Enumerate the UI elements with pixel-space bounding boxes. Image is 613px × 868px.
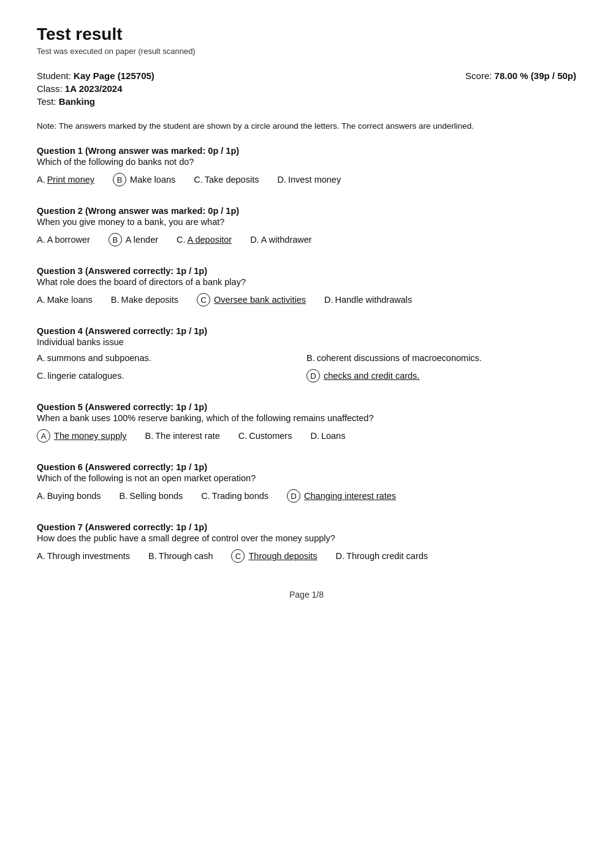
answer-item: B Make loans [113,173,175,186]
answer-item: C. Trading bonds [201,491,268,501]
page-footer: Page 1/8 [37,590,576,600]
answer-text: Loans [321,431,346,441]
question-header-4: Question 4 (Answered correctly: 1p / 1p) [37,326,576,336]
answer-text: A lender [126,235,158,245]
answer-item: A The money supply [37,429,127,443]
answer-text: Oversee bank activities [214,295,306,305]
student-name: Kay Page (125705) [74,70,154,81]
answer-letter: A. [37,491,45,501]
answer-text: Make loans [130,175,175,185]
answers-row-5: A The money supplyB. The interest rateC.… [37,429,576,445]
answer-letter: B. [148,551,157,561]
answers-row-7: A. Through investmentsB. Through cashC T… [37,549,576,565]
answer-item: D. Handle withdrawals [324,295,412,305]
answer-item: D. Loans [310,431,345,441]
answer-letter: A. [37,235,45,245]
answer-item: B. Make deposits [111,295,178,305]
answer-text: A withdrawer [261,235,312,245]
answer-item: A. Buying bonds [37,491,101,501]
answer-item: C. A depositor [177,235,232,245]
score-value: 78.00 % (39p / 50p) [495,70,576,81]
answer-letter: B. [111,295,120,305]
question-header-1: Question 1 (Wrong answer was marked: 0p … [37,146,576,156]
answer-letter: D. [250,235,259,245]
answer-item: A. Through investments [37,551,130,561]
answer-text: Print money [47,175,94,185]
answer-letter: C. [37,371,46,381]
answer-letter: B. [145,431,154,441]
question-block-1: Question 1 (Wrong answer was marked: 0p … [37,146,576,189]
answer-letter: C. [194,175,203,185]
answer-text: A depositor [188,235,232,245]
answer-text: Through deposits [249,551,318,561]
question-header-5: Question 5 (Answered correctly: 1p / 1p) [37,402,576,412]
question-header-6: Question 6 (Answered correctly: 1p / 1p) [37,462,576,472]
score-label: Score: [465,70,492,81]
question-block-5: Question 5 (Answered correctly: 1p / 1p)… [37,402,576,445]
answer-item: A. Make loans [37,295,93,305]
answer-item: C. Take deposits [194,175,259,185]
circled-letter: B [113,173,126,186]
answer-item: D Changing interest rates [287,489,396,503]
answer-letter: A. [37,353,45,363]
test-value: Banking [59,96,95,107]
answer-text: Changing interest rates [304,491,396,501]
question-text-1: Which of the following do banks not do? [37,157,576,167]
circled-letter: A [37,429,50,443]
answer-item: C. Customers [238,431,292,441]
circled-letter: D [306,369,320,383]
answer-text: Through cash [159,551,213,561]
test-label: Test: [37,96,56,107]
question-block-6: Question 6 (Answered correctly: 1p / 1p)… [37,462,576,505]
answer-text: lingerie catalogues. [48,371,124,381]
question-header-3: Question 3 (Answered correctly: 1p / 1p) [37,266,576,276]
answer-text: Take deposits [205,175,259,185]
answer-letter: C. [238,431,248,441]
answer-text: A borrower [47,235,90,245]
answer-text: Through investments [47,551,130,561]
answer-text: The money supply [54,431,126,441]
circled-letter: C [231,549,245,563]
answer-letter: A. [37,551,45,561]
answer-letter: C. [177,235,186,245]
circled-letter: B [109,233,122,246]
answer-item: B A lender [109,233,158,246]
answer-letter: C. [201,491,210,501]
answer-letter: D. [324,295,333,305]
answer-item: C Oversee bank activities [197,293,306,306]
question-block-3: Question 3 (Answered correctly: 1p / 1p)… [37,266,576,309]
circled-letter: C [197,293,210,306]
answer-letter: A. [37,295,45,305]
answers-grid-4: A. summons and subpoenas.B. coherent dis… [37,353,576,385]
question-block-2: Question 2 (Wrong answer was marked: 0p … [37,206,576,249]
answer-item: B. coherent discussions of macroeconomic… [306,353,558,363]
question-block-4: Question 4 (Answered correctly: 1p / 1p)… [37,326,576,385]
question-text-5: When a bank uses 100% reserve banking, w… [37,413,576,423]
class-value: 1A 2023/2024 [65,83,123,94]
answer-letter: D. [277,175,286,185]
answer-item: D. Through credit cards [336,551,428,561]
answer-letter: B. [306,353,315,363]
answer-item: C Through deposits [231,549,317,563]
answer-text: Make loans [47,295,93,305]
question-header-2: Question 2 (Wrong answer was marked: 0p … [37,206,576,216]
answer-text: Through credit cards [346,551,428,561]
meta-right: Score: 78.00 % (39p / 50p) [465,70,576,109]
answer-item: B. The interest rate [145,431,220,441]
meta-left: Student: Kay Page (125705) Class: 1A 202… [37,70,154,109]
question-header-7: Question 7 (Answered correctly: 1p / 1p) [37,522,576,532]
answer-text: Buying bonds [47,491,101,501]
answer-item: B. Selling bonds [120,491,183,501]
answer-text: Handle withdrawals [335,295,413,305]
answer-item: D checks and credit cards. [306,369,558,383]
questions-container: Question 1 (Wrong answer was marked: 0p … [37,146,576,565]
answer-text: Make deposits [121,295,179,305]
answers-row-3: A. Make loansB. Make depositsC Oversee b… [37,293,576,309]
page-subtitle: Test was executed on paper (result scann… [37,47,576,56]
student-label: Student: [37,70,71,81]
answer-letter: B. [120,491,128,501]
answer-letter: D. [310,431,319,441]
answer-text: Selling bonds [129,491,183,501]
answer-text: summons and subpoenas. [47,353,151,363]
answer-item: D. A withdrawer [250,235,312,245]
